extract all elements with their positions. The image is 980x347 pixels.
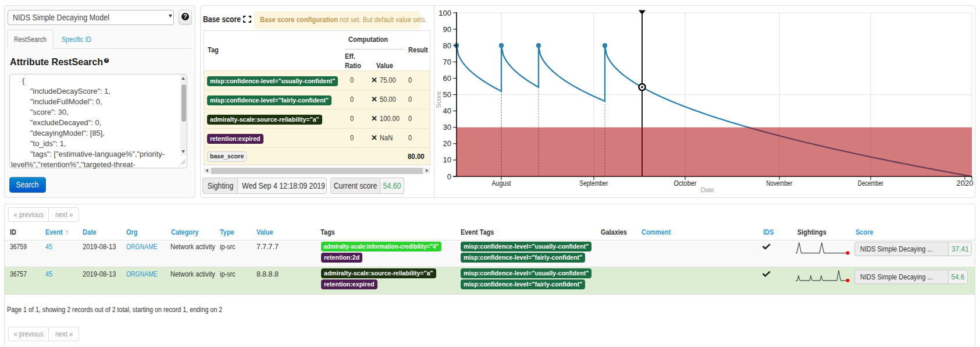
svg-text:20: 20 <box>443 139 451 148</box>
svg-text:November: November <box>767 179 793 187</box>
svg-text:September: September <box>580 179 609 187</box>
svg-text:40: 40 <box>443 107 451 115</box>
svg-text:October: October <box>674 179 697 187</box>
svg-text:90: 90 <box>443 25 451 34</box>
svg-text:Score: Score <box>435 91 442 108</box>
svg-text:100: 100 <box>439 9 451 17</box>
svg-text:0: 0 <box>447 172 451 181</box>
svg-text:80: 80 <box>443 41 451 50</box>
svg-text:2020: 2020 <box>957 179 974 187</box>
svg-text:50: 50 <box>443 90 451 99</box>
svg-text:December: December <box>858 179 883 187</box>
svg-text:Date: Date <box>700 186 714 193</box>
svg-text:70: 70 <box>443 58 451 66</box>
svg-text:August: August <box>492 179 511 187</box>
svg-text:30: 30 <box>443 123 451 132</box>
svg-text:60: 60 <box>443 74 451 83</box>
svg-text:10: 10 <box>443 155 451 164</box>
